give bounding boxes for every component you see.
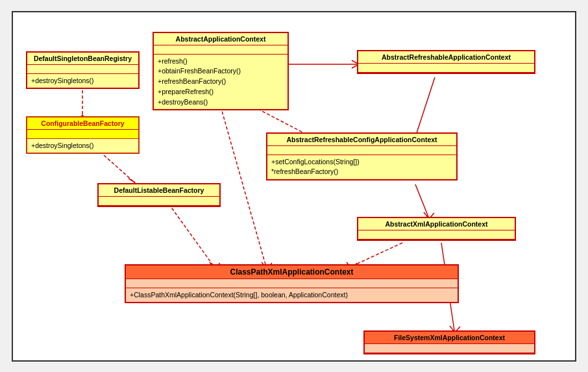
uml-diagram: DefaultSingletonBeanRegistry +destroySin… — [12, 11, 576, 362]
svg-line-1 — [104, 155, 133, 181]
default-listable-bean-factory-title: DefaultListableBeanFactory — [99, 184, 219, 197]
abstract-application-context-title: AbstractApplicationContext — [154, 33, 288, 45]
abstract-refreshable-config-application-context-body: +setConfigLocations(String[]) *refreshBe… — [267, 155, 456, 180]
configurable-bean-factory-title: ConfigurableBeanFactory — [27, 118, 138, 130]
svg-line-5 — [350, 243, 402, 267]
abstract-xml-application-context-title: AbstractXmlApplicationContext — [358, 218, 515, 230]
default-listable-bean-factory-box: DefaultListableBeanFactory — [97, 183, 221, 207]
svg-line-3 — [415, 77, 435, 137]
svg-line-8 — [169, 204, 214, 267]
abstract-refreshable-config-application-context-title: AbstractRefreshableConfigApplicationCont… — [267, 134, 456, 146]
svg-line-7 — [221, 106, 266, 267]
default-singleton-bean-registry-body: +destroySingletons() — [27, 74, 138, 88]
abstract-application-context-box: AbstractApplicationContext +refresh() +o… — [153, 32, 289, 111]
configurable-bean-factory-box: ConfigurableBeanFactory +destroySingleto… — [26, 116, 140, 155]
abstract-refreshable-application-context-title: AbstractRefreshableApplicationContext — [358, 51, 534, 64]
abstract-refreshable-application-context-box: AbstractRefreshableApplicationContext — [357, 50, 535, 74]
abstract-application-context-body: +refresh() +obtainFreshBeanFactory() +re… — [154, 55, 288, 110]
svg-line-4 — [415, 184, 428, 217]
abstract-xml-application-context-box: AbstractXmlApplicationContext — [357, 217, 516, 241]
file-system-xml-application-context-title: FileSystemXmlApplicationContext — [365, 332, 534, 344]
default-singleton-bean-registry-title: DefaultSingletonBeanRegistry — [27, 53, 138, 65]
class-path-xml-application-context-title: ClassPathXmlApplicationContext — [126, 266, 458, 279]
class-path-xml-application-context-box: ClassPathXmlApplicationContext +ClassPat… — [125, 264, 459, 304]
class-path-xml-application-context-body: +ClassPathXmlApplicationContext(String[]… — [126, 288, 458, 303]
configurable-bean-factory-body: +destroySingletons() — [27, 139, 138, 153]
default-singleton-bean-registry-box: DefaultSingletonBeanRegistry +destroySin… — [26, 51, 140, 90]
abstract-refreshable-config-application-context-box: AbstractRefreshableConfigApplicationCont… — [266, 132, 458, 181]
file-system-xml-application-context-box: FileSystemXmlApplicationContext — [363, 330, 535, 354]
